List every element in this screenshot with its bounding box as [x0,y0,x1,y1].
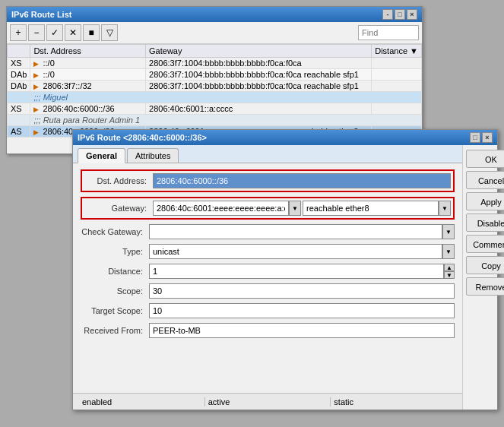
row-type [8,115,30,126]
gateway-input-row: ▼ ▼ [153,201,451,216]
check-gateway-dropdown[interactable]: ▼ [442,224,455,239]
row-dst: ▶ ::/0 [30,69,146,81]
row-gw: 2806:3f7:1004:bbbb:bbbb:bbbb:f0ca:f0ca r… [146,81,372,92]
group-header-row: ;;; Miguel [8,92,422,103]
distance-up[interactable]: ▲ [444,264,455,271]
row-dist [372,81,422,92]
status-active: active [205,397,331,406]
distance-input[interactable] [149,264,444,279]
detail-title: IPv6 Route <2806:40c:6000::/36> [78,133,207,142]
distance-down[interactable]: ▼ [444,271,455,279]
table-row[interactable]: XS ▶ ::/0 2806:3f7:1004:bbbb:bbbb:bbbb:f… [8,58,422,69]
detail-body: General Attributes Dst. Address: Gateway… [73,145,497,410]
received-from-input[interactable] [149,323,455,338]
detail-right-panel: OK Cancel Apply Disable Comment Copy Rem… [462,145,504,410]
minimize-button[interactable]: - [382,9,393,20]
route-list-title: IPv6 Route List [11,10,71,19]
row-dst: ▶ 2806:40c:6000::/36 [30,103,146,115]
check-gateway-field: Check Gateway: ▼ [81,224,455,239]
disable-button[interactable]: Disable [466,214,504,232]
tab-attributes[interactable]: Attributes [127,148,179,163]
copy-button[interactable]: ■ [83,24,100,41]
type-input[interactable] [149,244,442,259]
distance-scroll: ▲ ▼ [444,264,455,279]
close-button[interactable]: × [407,9,417,20]
dst-address-input[interactable] [153,173,451,188]
row-type: XS [8,58,30,69]
route-detail-window: IPv6 Route <2806:40c:6000::/36> □ × Gene… [72,129,498,410]
type-field: Type: ▼ [81,244,455,259]
detail-left-panel: General Attributes Dst. Address: Gateway… [73,145,462,410]
target-scope-field: Target Scope: [81,303,455,318]
gateway-label: Gateway: [84,204,153,213]
table-row[interactable]: XS ▶ 2806:40c:6000::/36 2806:40c:6001::a… [8,103,422,115]
table-row[interactable]: DAb ▶ 2806:3f7::/32 2806:3f7:1004:bbbb:b… [8,81,422,92]
gateway-input[interactable] [153,201,289,216]
detail-close-button[interactable]: × [482,132,493,143]
route-list-titlebar: IPv6 Route List - □ × [7,7,422,22]
table-header-row: Dst. Address Gateway Distance ▼ [8,45,422,58]
row-type: AS [8,126,30,138]
col-dist-header[interactable]: Distance ▼ [372,45,422,58]
status-static: static [331,397,456,406]
row-dist [372,69,422,81]
type-label: Type: [81,247,149,256]
table-row[interactable]: DAb ▶ ::/0 2806:3f7:1004:bbbb:bbbb:bbbb:… [8,69,422,81]
col-type-header [8,45,30,58]
apply-button[interactable]: Apply [466,192,504,210]
check-gateway-input[interactable] [149,224,442,239]
titlebar-buttons: - □ × [382,9,417,20]
comment-button[interactable]: Comment [466,235,504,253]
group-header-row: ;;; Ruta para Router Admin 1 [8,115,422,126]
row-gw: 2806:40c:6001::a:cccc [146,103,372,115]
col-gw-header[interactable]: Gateway [146,45,372,58]
form-area: Dst. Address: Gateway: ▼ ▼ Check Gateway… [73,163,462,393]
filter-button[interactable]: ▽ [101,24,118,41]
received-from-field: Received From: [81,323,455,338]
add-button[interactable]: + [10,24,27,41]
gateway-dropdown-arrow[interactable]: ▼ [289,201,301,216]
scope-field: Scope: [81,283,455,299]
scope-label: Scope: [81,286,149,296]
gateway-field: Gateway: ▼ ▼ [81,197,455,220]
remove-button[interactable]: Remove [466,277,504,296]
row-dist [372,58,422,69]
row-type: DAb [8,81,30,92]
status-bar: enabled active static [73,393,462,410]
gateway-extra-dropdown[interactable]: ▼ [439,201,451,216]
row-type: DAb [8,69,30,81]
search-input[interactable] [358,25,419,40]
detail-titlebar-buttons: □ × [470,132,493,143]
distance-label: Distance: [81,267,149,276]
detail-titlebar: IPv6 Route <2806:40c:6000::/36> □ × [73,130,497,145]
row-gw: 2806:3f7:1004:bbbb:bbbb:bbbb:f0ca:f0ca r… [146,69,372,81]
target-scope-input[interactable] [149,303,455,318]
dst-address-label: Dst. Address: [84,176,153,185]
route-table: Dst. Address Gateway Distance ▼ XS ▶ ::/… [7,44,422,138]
cancel-button[interactable]: ✕ [65,24,81,41]
cancel-button[interactable]: Cancel [466,171,504,189]
copy-button[interactable]: Copy [466,256,504,274]
tab-general[interactable]: General [78,148,125,163]
col-dst-header[interactable]: Dst. Address [30,45,146,58]
group-header-label: ;;; Miguel [30,92,422,103]
type-dropdown[interactable]: ▼ [442,244,455,259]
detail-maximize-button[interactable]: □ [470,132,480,143]
scope-input[interactable] [149,283,455,299]
status-enabled: enabled [79,397,205,406]
row-dst: ▶ 2806:3f7::/32 [30,81,146,92]
row-type [8,92,30,103]
toolbar: + − ✓ ✕ ■ ▽ [7,22,422,44]
check-button[interactable]: ✓ [46,24,63,41]
received-from-label: Received From: [81,326,149,335]
check-gateway-label: Check Gateway: [81,227,149,236]
ok-button[interactable]: OK [466,150,504,168]
maximize-button[interactable]: □ [395,9,405,20]
row-type: XS [8,103,30,115]
tabs-container: General Attributes [73,145,462,163]
group-header-label: ;;; Ruta para Router Admin 1 [30,115,422,126]
gateway-extra-input[interactable] [303,201,439,216]
row-gw: 2806:3f7:1004:bbbb:bbbb:bbbb:f0ca:f0ca [146,58,372,69]
distance-field: Distance: ▲ ▼ [81,264,455,279]
remove-button[interactable]: − [28,24,45,41]
